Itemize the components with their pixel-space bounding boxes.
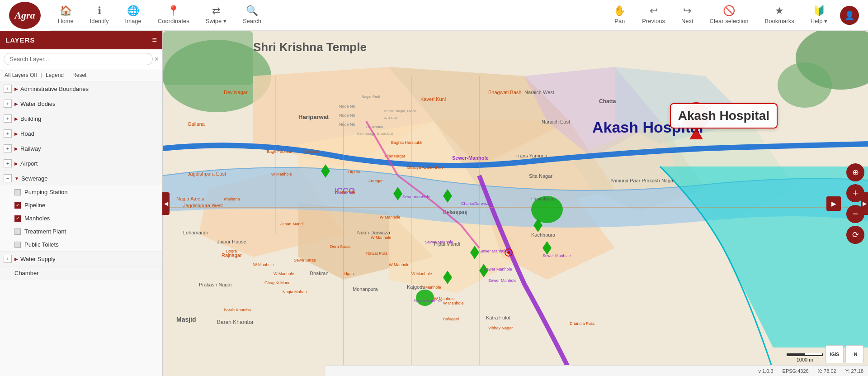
- nav-previous[interactable]: ↩ Previous: [634, 0, 673, 31]
- svg-rect-4: [163, 31, 253, 85]
- layer-group-header-road[interactable]: + ▶ Road: [0, 126, 162, 141]
- map-logos: IGiS ↑N: [826, 345, 863, 363]
- nav-help[interactable]: 🔰 Help ▾: [802, 0, 835, 31]
- expand-water-btn[interactable]: +: [4, 100, 12, 108]
- layers-toggle-button[interactable]: ≡: [152, 35, 157, 45]
- expand-railway-btn[interactable]: +: [4, 144, 12, 152]
- legend-btn[interactable]: Legend: [46, 72, 64, 78]
- checkbox-manholes[interactable]: ✓: [14, 215, 21, 222]
- svg-text:Barah Khamba: Barah Khamba: [224, 308, 251, 312]
- layer-group-header-sewerage[interactable]: − ▼ Sewerage: [0, 171, 162, 186]
- svg-text:Vibhav Nagar: Vibhav Nagar: [488, 326, 513, 330]
- status-y: Y: 27.18: [845, 368, 863, 374]
- svg-text:W Manhole: W Manhole: [371, 235, 392, 240]
- locate-button[interactable]: ⊕: [846, 163, 864, 181]
- svg-text:W Manhole: W Manhole: [253, 262, 274, 267]
- expand-admin-btn[interactable]: +: [4, 85, 12, 93]
- right-panel-collapse[interactable]: ▶: [861, 192, 868, 215]
- svg-text:Prakash Nagar: Prakash Nagar: [199, 282, 232, 287]
- svg-text:Sewa Saras: Sewa Saras: [294, 258, 316, 262]
- rotate-button[interactable]: ⟳: [846, 226, 864, 244]
- expand-airport-btn[interactable]: +: [4, 159, 12, 167]
- layer-group-label-building: Building: [20, 115, 41, 122]
- nav-home[interactable]: 🏠 Home: [50, 0, 82, 31]
- expand-sewerage-btn[interactable]: −: [4, 174, 12, 182]
- layer-group-building: + ▶ Building: [0, 111, 162, 126]
- layer-group-header-water-supply[interactable]: + ▶ Water Supply: [0, 252, 162, 266]
- status-bar: v 1.0.3 EPSG:4326 X: 78.02 Y: 27.18: [326, 365, 868, 376]
- sidebar-title: LAYERS: [5, 36, 35, 44]
- svg-text:CharsuDarwaza: CharsuDarwaza: [461, 201, 491, 206]
- layer-group-header-railway[interactable]: + ▶ Railway: [0, 141, 162, 156]
- layer-item-treatment-plant[interactable]: Treatment Plant: [0, 225, 162, 238]
- nav-pan[interactable]: ✋ Pan: [605, 0, 634, 31]
- svg-text:W Manhole: W Manhole: [411, 271, 432, 276]
- sidebar-collapse-button[interactable]: ◀: [162, 192, 170, 215]
- svg-point-31: [416, 290, 434, 306]
- layer-group-header-water[interactable]: + ▶ Water Bodies: [0, 96, 162, 111]
- search-clear-button[interactable]: ×: [155, 55, 159, 63]
- svg-text:Pipal Mandi: Pipal Mandi: [434, 241, 460, 247]
- layer-group-chamber: Chamber: [0, 267, 162, 280]
- nav-right-items: ✋ Pan ↩ Previous ↪ Next 🚫 Clear selectio…: [605, 0, 863, 31]
- checkbox-pipeline[interactable]: ✓: [14, 202, 21, 209]
- navbar: Agra 🏠 Home ℹ Identify 🌐 Image 📍 Coordin…: [0, 0, 868, 31]
- layer-item-pipeline[interactable]: ✓ Pipeline: [0, 199, 162, 212]
- nav-swipe[interactable]: ⇄ Swipe ▾: [198, 0, 235, 31]
- arrow-railway: ▶: [14, 146, 18, 151]
- svg-text:Sita Nagar: Sita Nagar: [529, 173, 552, 179]
- layer-label-treatment-plant: Treatment Plant: [24, 228, 66, 235]
- svg-text:Sewer Manhole: Sewer Manhole: [542, 253, 571, 258]
- svg-text:Hariparwat: Hariparwat: [298, 114, 329, 120]
- arrow-sewerage: ▼: [14, 176, 19, 181]
- checkbox-treatment-plant[interactable]: [14, 228, 21, 235]
- layer-group-header-airport[interactable]: + ▶ Airport: [0, 156, 162, 171]
- nav-search[interactable]: 🔍 Search: [235, 0, 269, 31]
- user-avatar[interactable]: 👤: [840, 6, 859, 25]
- layer-group-header-admin[interactable]: + ▶ Administrative Boundaries: [0, 81, 162, 96]
- svg-text:Utpura: Utpura: [348, 170, 360, 174]
- layer-group-header-chamber[interactable]: Chamber: [0, 267, 162, 280]
- layer-search-input[interactable]: [4, 53, 153, 65]
- map-area[interactable]: Sewer-Manhole SewermanHole CharsuDarwaza…: [163, 31, 868, 376]
- right-arrow-btn[interactable]: ▶: [826, 196, 841, 211]
- nav-bookmarks[interactable]: ★ Bookmarks: [757, 0, 802, 31]
- logo-area[interactable]: Agra: [0, 0, 50, 31]
- expand-water-supply-btn[interactable]: +: [4, 255, 12, 263]
- svg-text:Kachhpura: Kachhpura: [531, 232, 556, 238]
- layer-label-pipeline: Pipeline: [24, 202, 45, 209]
- layer-group-header-building[interactable]: + ▶ Building: [0, 111, 162, 126]
- nav-identify[interactable]: ℹ Identify: [82, 0, 117, 31]
- nav-image[interactable]: 🌐 Image: [117, 0, 150, 31]
- all-layers-off-btn[interactable]: All Layers Off: [5, 72, 37, 78]
- expand-road-btn[interactable]: +: [4, 129, 12, 138]
- status-epsg: EPSG:4326: [783, 368, 809, 374]
- nav-clear-selection[interactable]: 🚫 Clear selection: [702, 0, 757, 31]
- layer-item-public-toilets[interactable]: Public Toilets: [0, 238, 162, 251]
- svg-text:Jagdishpura East: Jagdishpura East: [188, 171, 226, 176]
- layer-item-pumping-station[interactable]: Pumping Station: [0, 186, 162, 199]
- expand-building-btn[interactable]: +: [4, 114, 12, 123]
- svg-text:Lohamandi: Lohamandi: [183, 230, 208, 235]
- svg-text:Freeganj: Freeganj: [368, 179, 385, 183]
- identify-icon: ℹ: [98, 5, 101, 17]
- svg-text:Jagdishpura West: Jagdishpura West: [183, 203, 223, 208]
- svg-text:Dhakran: Dhakran: [310, 271, 329, 276]
- checkbox-pumping-station[interactable]: [14, 189, 21, 195]
- nav-next[interactable]: ↪ Next: [673, 0, 702, 31]
- scale-line: [787, 353, 823, 356]
- svg-text:Bogra: Bogra: [226, 249, 237, 253]
- navigation-arrow[interactable]: ▶: [826, 196, 841, 211]
- nav-coordinates[interactable]: 📍 Coordinates: [150, 0, 198, 31]
- svg-text:Nagar Padi: Nagar Padi: [362, 95, 380, 99]
- reset-btn[interactable]: Reset: [72, 72, 86, 78]
- sidebar: LAYERS ≡ × All Layers Off | Legend | Res…: [0, 31, 163, 376]
- scale-label: 1000 m: [797, 357, 813, 362]
- nav-image-label: Image: [125, 18, 142, 24]
- svg-text:Jahan Mandi: Jahan Mandi: [280, 222, 304, 226]
- svg-text:Node No: Node No: [339, 104, 355, 109]
- checkbox-public-toilets[interactable]: [14, 242, 21, 248]
- layer-item-manholes[interactable]: ✓ Manholes: [0, 212, 162, 225]
- coordinates-icon: 📍: [167, 5, 179, 17]
- search-icon: 🔍: [246, 5, 258, 17]
